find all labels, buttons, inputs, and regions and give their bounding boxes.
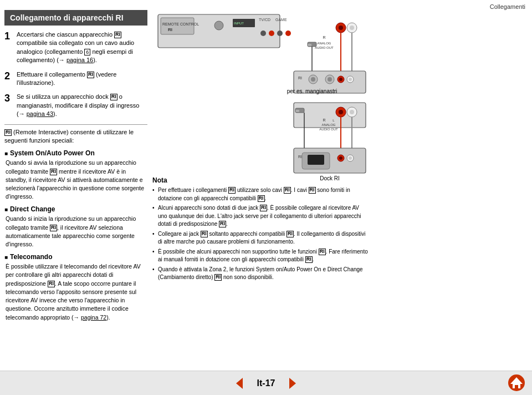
feature-body-system-on: Quando si avvia la riproduzione su un ap…	[4, 159, 147, 201]
svg-text:RI: RI	[296, 109, 299, 113]
svg-point-28	[311, 77, 315, 82]
svg-marker-59	[236, 378, 243, 389]
feature-system-on: System On/Auto Power On Quando si avvia …	[4, 149, 147, 201]
step-num-2: 2	[4, 69, 17, 88]
svg-text:per es. mangianastri: per es. mangianastri	[287, 88, 337, 94]
feature-body-direct-change: Quando si inizia la riproduzione su un a…	[4, 215, 147, 249]
home-button[interactable]	[508, 374, 525, 392]
step-num-3: 3	[4, 92, 17, 118]
step-text-2: Effettuare il collegamento RI (vedere l'…	[17, 70, 147, 88]
svg-point-40	[339, 110, 343, 114]
ri-logo-3: RI	[110, 94, 117, 100]
feature-direct-change: Direct Change Quando si inizia la riprod…	[4, 205, 147, 249]
main-title: Collegamento di apparecchi RI	[4, 10, 147, 26]
svg-marker-60	[289, 378, 296, 389]
ri-intro: RI (Remote Interactive) consente di util…	[4, 128, 147, 145]
svg-text:RI: RI	[298, 155, 302, 159]
svg-text:AUDIO OUT: AUDIO OUT	[319, 128, 338, 131]
svg-point-9	[260, 31, 266, 36]
feature-body-telecomando: È possibile utilizzare il telecomando de…	[4, 262, 147, 322]
svg-point-30	[328, 77, 332, 82]
svg-point-19	[350, 26, 354, 30]
nota-item-3: Collegare ai jack RI soltanto apparecchi…	[152, 230, 369, 246]
diagram-dock-ri: RI R L ANALOG AUDIO OUT RI Dock RI	[152, 98, 369, 184]
header-title: Collegamenti	[490, 3, 525, 10]
prev-arrow-icon	[232, 376, 247, 391]
step-num-1: 1	[4, 29, 17, 65]
svg-text:RI: RI	[168, 27, 172, 32]
step-text-1: Accertarsi che ciascun apparecchio RI co…	[17, 31, 147, 65]
step-3: 3 Se si utilizza un apparecchio dock RI …	[4, 93, 147, 118]
svg-point-10	[269, 31, 274, 36]
svg-text:GAME: GAME	[275, 18, 287, 22]
svg-rect-63	[515, 385, 518, 388]
svg-rect-1	[161, 18, 194, 34]
ri-logo-4: RI	[50, 169, 57, 175]
feature-title-system-on: System On/Auto Power On	[4, 149, 147, 157]
home-icon	[508, 374, 525, 392]
svg-text:RI: RI	[308, 43, 311, 47]
nota-item-1: Per effettuare i collegamenti RI utilizz…	[152, 186, 369, 202]
svg-point-42	[350, 110, 354, 114]
svg-text:RI: RI	[298, 76, 302, 80]
svg-text:TV/CD: TV/CD	[259, 18, 270, 22]
ri-logo-1: RI	[114, 32, 121, 38]
svg-rect-52	[308, 155, 324, 165]
ri-logo-2: RI	[87, 72, 94, 78]
ri-logo-5: RI	[50, 225, 57, 231]
bottom-navigation-bar: It-17	[0, 371, 532, 395]
next-arrow-icon	[285, 376, 300, 391]
nota-item-4: È possibile che alcuni apparecchi non su…	[152, 248, 369, 264]
nota-item-2: Alcuni apparecchi sono dotati di due jac…	[152, 204, 369, 229]
page-number-label: It-17	[257, 378, 275, 388]
svg-point-11	[277, 31, 283, 36]
next-page-button[interactable]	[284, 374, 301, 392]
nota-section: Nota Per effettuare i collegamenti RI ut…	[152, 176, 369, 283]
nota-list: Per effettuare i collegamenti RI utilizz…	[152, 186, 369, 282]
nota-item-5: Quando è attivata la Zona 2, le funzioni…	[152, 266, 369, 282]
svg-text:REMOTE CONTROL: REMOTE CONTROL	[162, 22, 199, 26]
right-column: REMOTE CONTROL RI INPUT TV/CD GAME R ANA…	[152, 10, 369, 185]
svg-text:INPUT: INPUT	[234, 22, 244, 25]
ri-logo-intro: RI	[4, 129, 12, 136]
svg-point-4	[214, 21, 223, 30]
svg-point-17	[339, 26, 343, 30]
svg-point-34	[349, 78, 352, 81]
svg-point-12	[285, 31, 291, 36]
ri-logo-6: RI	[48, 281, 55, 287]
feature-telecomando: Telecomando È possibile utilizzare il te…	[4, 253, 147, 322]
svg-text:R: R	[323, 118, 325, 122]
svg-point-57	[349, 156, 352, 160]
step-1: 1 Accertarsi che ciascun apparecchio RI …	[4, 31, 147, 65]
diagram-mangianastri: REMOTE CONTROL RI INPUT TV/CD GAME R ANA…	[152, 10, 369, 96]
svg-point-32	[339, 78, 342, 81]
left-column: 1 Accertarsi che ciascun apparecchio RI …	[4, 31, 147, 326]
section-divider	[4, 124, 147, 125]
step-2: 2 Effettuare il collegamento RI (vedere …	[4, 70, 147, 88]
step-text-3: Se si utilizza un apparecchio dock RI o …	[17, 93, 147, 118]
svg-text:AUDIO OUT: AUDIO OUT	[315, 46, 334, 49]
svg-text:R: R	[323, 36, 325, 39]
svg-text:ANALOG: ANALOG	[321, 123, 335, 126]
svg-point-55	[339, 156, 342, 160]
feature-title-telecomando: Telecomando	[4, 253, 147, 261]
feature-title-direct-change: Direct Change	[4, 205, 147, 213]
page-header: Collegamenti	[490, 3, 525, 10]
bottom-nav: It-17	[231, 374, 302, 392]
prev-page-button[interactable]	[231, 374, 248, 392]
nota-title: Nota	[152, 176, 369, 184]
svg-text:ANALOG: ANALOG	[317, 42, 331, 45]
